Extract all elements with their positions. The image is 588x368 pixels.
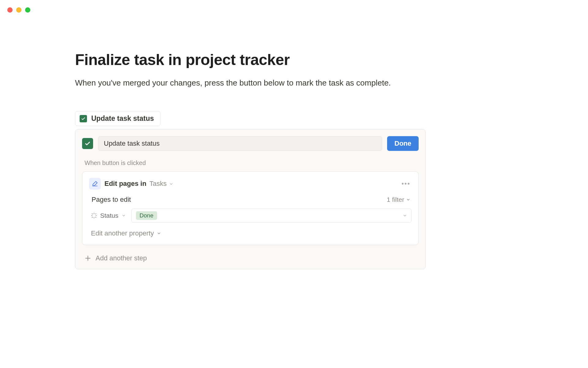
step-subheader: Pages to edit 1 filter bbox=[92, 196, 410, 204]
page-subtitle: When you've merged your changes, press t… bbox=[75, 77, 426, 89]
window-minimize-button[interactable] bbox=[16, 7, 21, 13]
chevron-down-icon bbox=[122, 213, 126, 218]
more-icon: ••• bbox=[401, 180, 410, 187]
step-more-menu[interactable]: ••• bbox=[400, 180, 412, 187]
window-zoom-button[interactable] bbox=[25, 7, 30, 13]
step-header: Edit pages in Tasks ••• bbox=[89, 178, 412, 190]
check-icon bbox=[80, 115, 87, 122]
property-picker[interactable]: Status bbox=[90, 210, 127, 221]
property-name: Status bbox=[100, 212, 119, 219]
check-icon bbox=[82, 138, 93, 149]
status-icon bbox=[91, 213, 97, 219]
button-config: Update task status Done When button is c… bbox=[75, 111, 426, 269]
chevron-down-icon bbox=[157, 231, 161, 236]
svg-line-3 bbox=[96, 217, 96, 218]
filter-summary-text: 1 filter bbox=[387, 196, 404, 203]
trigger-section-label: When button is clicked bbox=[85, 159, 419, 167]
chevron-down-icon bbox=[169, 180, 173, 187]
config-header: Done bbox=[82, 136, 419, 151]
property-value-picker[interactable]: Done bbox=[131, 209, 412, 223]
filter-summary[interactable]: 1 filter bbox=[387, 196, 410, 203]
window-close-button[interactable] bbox=[7, 7, 13, 13]
done-button[interactable]: Done bbox=[387, 136, 419, 151]
add-another-step[interactable]: Add another step bbox=[82, 249, 419, 269]
window-traffic-lights bbox=[7, 7, 30, 13]
edit-another-property-label: Edit another property bbox=[91, 229, 154, 237]
step-action-picker[interactable]: Edit pages in Tasks bbox=[104, 180, 173, 188]
svg-line-2 bbox=[92, 214, 93, 214]
svg-line-6 bbox=[92, 217, 93, 218]
edit-icon bbox=[89, 178, 101, 190]
edit-another-property[interactable]: Edit another property bbox=[91, 229, 412, 237]
svg-line-7 bbox=[96, 214, 96, 214]
button-preview-label: Update task status bbox=[91, 114, 154, 123]
plus-icon bbox=[85, 255, 91, 262]
page-content: Finalize task in project tracker When yo… bbox=[75, 51, 426, 269]
chevron-down-icon bbox=[406, 197, 410, 202]
button-preview-chip[interactable]: Update task status bbox=[75, 111, 160, 126]
property-row: Status Done bbox=[90, 209, 412, 223]
add-another-step-label: Add another step bbox=[96, 254, 147, 262]
step-database-name: Tasks bbox=[149, 180, 167, 187]
page-title: Finalize task in project tracker bbox=[75, 51, 426, 69]
step-action-label: Edit pages in bbox=[104, 180, 146, 187]
chevron-down-icon bbox=[403, 213, 407, 218]
button-name-input[interactable] bbox=[98, 136, 382, 151]
automation-step-card: Edit pages in Tasks ••• Pages to edit bbox=[82, 171, 419, 245]
pages-to-edit-label: Pages to edit bbox=[92, 196, 131, 204]
status-tag: Done bbox=[136, 211, 157, 220]
button-config-card: Done When button is clicked Edit pages i… bbox=[75, 129, 426, 269]
